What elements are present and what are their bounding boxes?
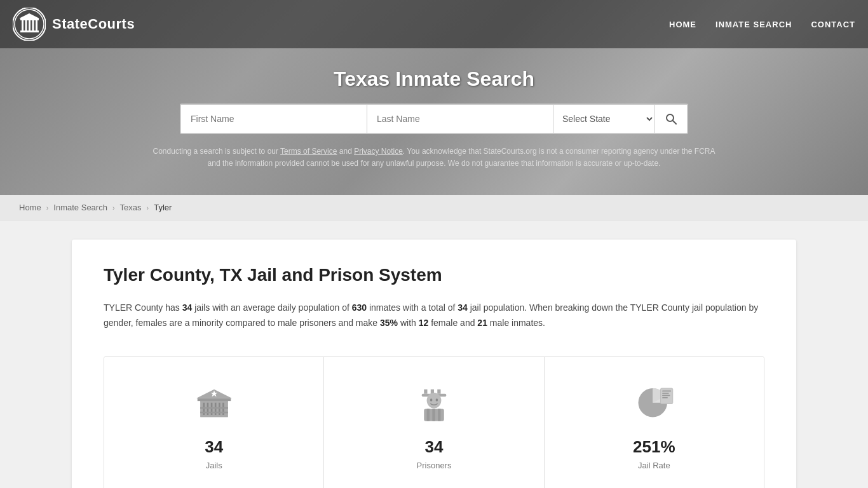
avg-pop: 630 xyxy=(352,302,367,313)
svg-rect-40 xyxy=(662,397,668,398)
svg-rect-4 xyxy=(29,20,31,30)
breadcrumb-sep-3: › xyxy=(147,204,149,212)
svg-rect-32 xyxy=(438,409,440,421)
last-name-input[interactable] xyxy=(367,105,553,133)
nav-home[interactable]: HOME xyxy=(669,17,696,32)
svg-rect-20 xyxy=(200,412,228,414)
breadcrumb-home[interactable]: Home xyxy=(19,203,41,212)
svg-rect-30 xyxy=(427,409,430,421)
svg-rect-31 xyxy=(432,409,435,421)
jail-rate-icon xyxy=(628,376,679,427)
jail-rate-stat-label: Jail Rate xyxy=(638,461,670,470)
disclaimer: Conducting a search is subject to our Te… xyxy=(148,146,720,182)
jails-stat-number: 34 xyxy=(205,437,223,457)
female-pct: 35% xyxy=(380,318,398,328)
svg-rect-39 xyxy=(662,395,670,396)
svg-line-11 xyxy=(673,121,677,125)
prisoners-stat-label: Prisoners xyxy=(417,461,452,470)
state-select[interactable]: Select StateAlabamaAlaskaArizonaArkansas… xyxy=(553,105,655,133)
breadcrumb-current: Tyler xyxy=(154,203,172,212)
terms-link[interactable]: Terms of Service xyxy=(280,147,337,156)
first-name-input[interactable] xyxy=(181,105,367,133)
nav-contact[interactable]: CONTACT xyxy=(811,17,855,32)
hero-title: Texas Inmate Search xyxy=(13,67,855,91)
stat-jail-rate: 251% Jail Rate xyxy=(545,357,764,488)
svg-rect-7 xyxy=(20,30,39,32)
svg-rect-27 xyxy=(437,390,440,394)
stat-prisoners: 34 Prisoners xyxy=(324,357,544,488)
svg-point-34 xyxy=(436,398,438,401)
jail-icon xyxy=(189,376,240,427)
privacy-link[interactable]: Privacy Notice xyxy=(354,147,403,156)
jail-rate-stat-number: 251% xyxy=(633,437,675,457)
breadcrumb-state[interactable]: Texas xyxy=(120,203,142,212)
county-description: TYLER County has 34 jails with an averag… xyxy=(104,301,764,331)
svg-rect-19 xyxy=(200,407,228,409)
male-count: 21 xyxy=(477,318,487,328)
female-count: 12 xyxy=(419,318,429,328)
breadcrumb: Home › Inmate Search › Texas › Tyler xyxy=(0,195,868,220)
search-button[interactable] xyxy=(655,105,687,133)
breadcrumb-sep-2: › xyxy=(112,204,115,212)
nav-links: HOME INMATE SEARCH CONTACT xyxy=(669,17,855,32)
prisoners-stat-number: 34 xyxy=(425,437,444,457)
breadcrumb-sep-1: › xyxy=(46,204,49,212)
svg-rect-6 xyxy=(36,20,37,30)
svg-rect-21 xyxy=(197,398,231,401)
svg-rect-8 xyxy=(20,18,39,20)
total-jail-pop: 34 xyxy=(458,302,468,313)
svg-rect-37 xyxy=(662,390,671,391)
stats-row: 34 Jails xyxy=(104,356,764,488)
svg-marker-9 xyxy=(19,13,39,18)
svg-rect-38 xyxy=(662,393,669,394)
svg-rect-25 xyxy=(424,390,427,394)
jails-count: 34 xyxy=(182,302,193,313)
logo-link[interactable]: StateCourts xyxy=(13,8,135,41)
nav-inmate-search[interactable]: INMATE SEARCH xyxy=(715,17,792,32)
breadcrumb-inmate-search[interactable]: Inmate Search xyxy=(53,203,107,212)
main-content: Tyler County, TX Jail and Prison System … xyxy=(53,220,815,488)
logo-text: StateCourts xyxy=(52,16,135,32)
prisoner-icon xyxy=(409,376,459,427)
jails-stat-label: Jails xyxy=(206,461,222,470)
county-title: Tyler County, TX Jail and Prison System xyxy=(104,265,764,285)
svg-rect-5 xyxy=(32,20,34,30)
nav-bar: StateCourts HOME INMATE SEARCH CONTACT xyxy=(0,0,868,48)
header: StateCourts HOME INMATE SEARCH CONTACT T… xyxy=(0,0,868,195)
hero-section: Texas Inmate Search Select StateAlabamaA… xyxy=(0,48,868,195)
content-card: Tyler County, TX Jail and Prison System … xyxy=(72,240,796,488)
logo-icon xyxy=(13,8,46,41)
svg-rect-3 xyxy=(25,20,27,30)
svg-point-33 xyxy=(430,398,433,401)
svg-point-28 xyxy=(427,393,442,409)
svg-rect-2 xyxy=(22,20,24,30)
stat-jails: 34 Jails xyxy=(104,357,324,488)
search-icon xyxy=(665,112,677,125)
search-bar: Select StateAlabamaAlaskaArizonaArkansas… xyxy=(180,104,688,134)
